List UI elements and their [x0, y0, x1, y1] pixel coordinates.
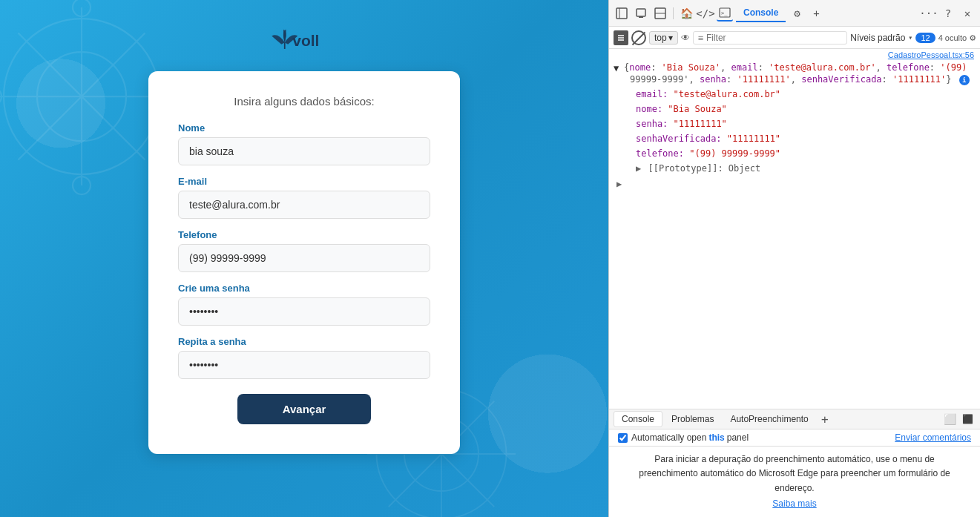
autofill-checkbox-bar: Automatically open this panel Enviar com… [609, 429, 980, 447]
this-label: this [708, 432, 724, 443]
prop-tel: telefone: "(99) 99999-9999" [609, 146, 980, 161]
autofill-checkbox[interactable] [618, 433, 628, 443]
help-icon[interactable]: ? [940, 5, 956, 22]
tab-console[interactable]: Console [614, 411, 662, 427]
top-badge[interactable]: top ▾ [649, 31, 678, 45]
prop-senhaVer: senhaVerificada: "11111111" [609, 131, 980, 146]
svg-point-4 [37, 52, 126, 141]
obj-preview: {nome: 'Bia Souza', email: 'teste@alura.… [624, 62, 967, 73]
sep1 [673, 7, 674, 19]
prop-tel-key: telefone: [636, 148, 689, 159]
panel-text: Para iniciar a depuração do preenchiment… [639, 454, 950, 493]
device-icon[interactable] [633, 5, 649, 22]
nome-input[interactable] [178, 137, 430, 165]
proto-expand[interactable]: ▶ [636, 163, 641, 174]
prop-senhaVer-key: senhaVerificada: [636, 134, 727, 144]
senha-field-group: Crie uma senha [178, 283, 430, 326]
prop-proto[interactable]: ▶ [[Prototype]]: Object [609, 161, 980, 176]
svg-text:voll: voll [292, 32, 319, 49]
panel-icon[interactable] [652, 5, 668, 22]
eye-icon[interactable]: 👁 [681, 33, 690, 43]
file-link-text[interactable]: CadastroPessoal.tsx:56 [888, 50, 974, 59]
telefone-input[interactable] [178, 244, 430, 272]
gear-icon[interactable]: ⚙ [970, 32, 976, 43]
block-icon[interactable] [631, 30, 646, 45]
logo-area: voll [252, 22, 356, 59]
filter-icon: ≡ [698, 33, 703, 43]
close-icon[interactable]: ✕ [959, 5, 976, 22]
devtools-tabbar: Console Problemas AutoPreenchimento + ⬜ … [609, 409, 980, 429]
obj-preview-line: ▼ {nome: 'Bia Souza', email: 'teste@alur… [609, 61, 980, 74]
nome-field-group: Nome [178, 122, 430, 165]
prop-email-key: email: [636, 89, 674, 99]
obj-preview-line2: 99999-9999', senha: '11111111', senhaVer… [609, 74, 980, 87]
prop-senha: senha: "11111111" [609, 116, 980, 131]
home-icon[interactable]: 🏠 [678, 5, 694, 22]
svg-line-3 [19, 33, 145, 160]
autofill-info-text: Para iniciar a depuração do preenchiment… [609, 447, 980, 517]
count-badge[interactable]: 12 [915, 33, 935, 43]
add-tab-btn[interactable]: + [818, 412, 832, 427]
telefone-label: Telefone [178, 229, 430, 240]
nome-label: Nome [178, 122, 430, 134]
form-subtitle: Insira alguns dados básicos: [178, 95, 430, 108]
avancar-button[interactable]: Avançar [237, 394, 371, 424]
maximize-icon[interactable]: ⬛ [959, 411, 976, 427]
more-icon[interactable]: ··· [921, 5, 937, 22]
add-tab-icon[interactable]: + [808, 5, 824, 22]
info-badge[interactable]: i [959, 75, 970, 85]
app-panel: voll Insira alguns dados básicos: Nome E… [0, 0, 608, 517]
senha-confirm-input[interactable] [178, 351, 430, 379]
svg-rect-17 [616, 8, 627, 19]
split-icon[interactable]: ⬜ [941, 411, 958, 427]
prop-nome-key: nome: [636, 104, 668, 114]
prop-nome: nome: "Bia Souza" [609, 102, 980, 116]
tab-auto[interactable]: AutoPreenchimento [723, 412, 815, 427]
prop-senha-val: "11111111" [674, 119, 727, 129]
prop-senha-key: senha: [636, 119, 674, 129]
prop-senhaVer-val: "11111111" [727, 134, 780, 144]
email-label: E-mail [178, 176, 430, 187]
senha-confirm-field-group: Repita a senha [178, 336, 430, 379]
svg-rect-20 [639, 16, 643, 18]
hidden-count: 4 oculto [938, 33, 967, 42]
devtools-filterbar: top ▾ 👁 ≡ Níveis padrão ▾ 12 4 oculto ⚙ [609, 27, 980, 49]
inspect-icon[interactable] [614, 5, 630, 22]
email-input[interactable] [178, 191, 430, 219]
prop-email: email: "teste@alura.com.br" [609, 87, 980, 102]
email-field-group: E-mail [178, 176, 430, 219]
senha-label: Crie uma senha [178, 283, 430, 294]
svg-point-6 [73, 0, 91, 16]
senha-input[interactable] [178, 297, 430, 326]
sidebar-toggle[interactable] [614, 30, 628, 45]
checkbox-label-after: panel [727, 432, 749, 443]
console-tab-icon[interactable]: >_ [717, 5, 733, 22]
svg-line-2 [19, 33, 145, 160]
devtools-panel: 🏠 </> >_ Console ⚙ + ··· ? ✕ top ▾ 👁 ≡ N… [608, 0, 980, 517]
form-card: Insira alguns dados básicos: Nome E-mail… [148, 71, 460, 454]
svg-rect-19 [637, 9, 645, 16]
filter-box[interactable]: ≡ [693, 31, 848, 45]
svg-point-8 [0, 88, 1, 105]
top-chevron: ▾ [668, 33, 673, 43]
chevron-line[interactable]: ▶ [609, 176, 980, 192]
prop-tel-val: "(99) 99999-9999" [689, 148, 780, 159]
file-link[interactable]: CadastroPessoal.tsx:56 [609, 49, 980, 61]
svg-point-7 [73, 177, 91, 194]
console-tab[interactable]: Console [736, 4, 786, 22]
svg-text:>_: >_ [721, 10, 728, 16]
proto-label: [[Prototype]]: Object [648, 163, 760, 174]
filter-input[interactable] [706, 33, 842, 43]
enviar-comentarios-link[interactable]: Enviar comentários [895, 432, 971, 443]
expand-arrow[interactable]: ▼ [614, 63, 619, 73]
levels-chevron[interactable]: ▾ [908, 33, 912, 42]
settings-tab-icon[interactable]: ⚙ [789, 5, 805, 22]
chevron-right-icon[interactable]: ▶ [616, 179, 622, 189]
top-label: top [654, 33, 667, 43]
telefone-field-group: Telefone [178, 229, 430, 272]
devtools-topbar: 🏠 </> >_ Console ⚙ + ··· ? ✕ [609, 0, 980, 27]
levels-label[interactable]: Níveis padrão [850, 33, 905, 43]
code-icon[interactable]: </> [697, 5, 714, 22]
tab-problemas[interactable]: Problemas [664, 412, 721, 427]
saiba-mais-link[interactable]: Saiba mais [624, 497, 965, 511]
